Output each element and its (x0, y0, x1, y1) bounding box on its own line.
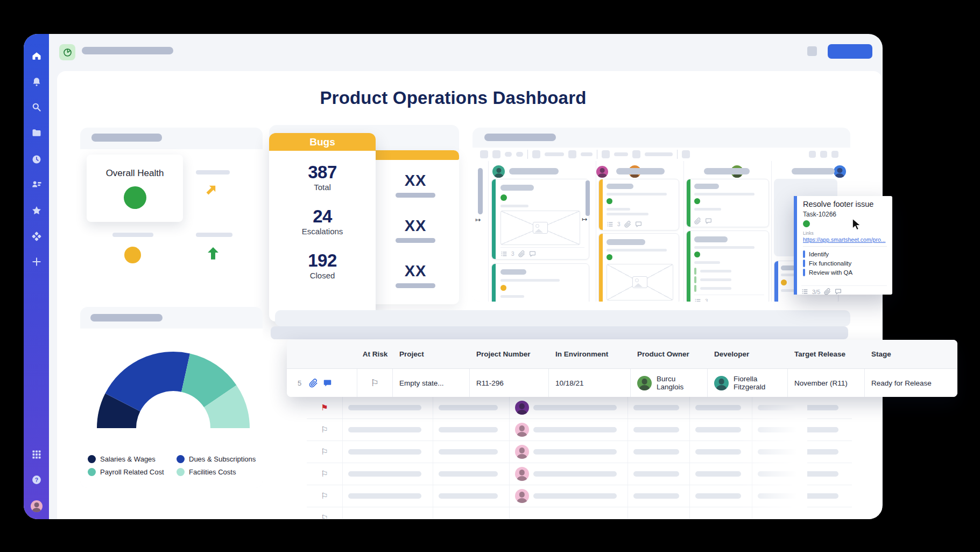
status-yellow-dot (781, 280, 787, 285)
cell-product-owner[interactable]: Burcu Langlois (631, 369, 708, 397)
user-avatar[interactable] (31, 500, 43, 512)
toolbar-button[interactable] (480, 150, 488, 158)
toolbar-button[interactable] (532, 150, 540, 158)
toolbar-button[interactable] (632, 150, 640, 158)
legend-item: Facilities Costs (177, 468, 265, 476)
favorites-star-icon[interactable] (31, 205, 42, 216)
bugs-total-label: Total (269, 182, 376, 192)
toolbar-button[interactable] (492, 150, 500, 158)
flag-icon[interactable]: ⚐ (321, 470, 328, 478)
row-number: 5 (298, 379, 301, 387)
legend-item: Dues & Subscriptions (177, 455, 265, 463)
cell-target-release[interactable]: November (R11) (788, 369, 865, 397)
kanban-card[interactable]: 3 (686, 230, 769, 302)
col-header-project[interactable]: Project (393, 340, 470, 368)
col-header-developer[interactable]: Developer (708, 340, 788, 368)
collapsed-lane-handle[interactable] (586, 180, 590, 216)
bugs-stats-card[interactable]: Bugs 387Total 24Escalations 192Closed (269, 133, 376, 322)
help-icon[interactable]: ? (31, 474, 42, 485)
topbar-primary-button[interactable] (828, 44, 872, 59)
col-header-project-number[interactable]: Project Number (470, 340, 549, 368)
cell-project-number[interactable]: R11-296 (470, 369, 549, 397)
flag-icon[interactable]: ⚐ (321, 448, 328, 456)
folder-icon[interactable] (31, 128, 42, 138)
attachment-icon (518, 250, 525, 257)
toolbar-label-placeholder (645, 152, 673, 156)
flag-icon[interactable]: ⚐ (321, 426, 328, 434)
recents-clock-icon[interactable] (31, 154, 42, 165)
apps-shapes-icon[interactable] (31, 231, 42, 242)
cell-project[interactable]: Empty state... (393, 369, 470, 397)
checklist-item[interactable]: Review with QA (803, 269, 852, 276)
flag-icon[interactable]: ⚐ (321, 514, 328, 519)
overall-health-card[interactable]: Overall Health (87, 155, 183, 222)
collapsed-lane-handle[interactable] (478, 168, 483, 214)
toolbar-button[interactable] (516, 152, 523, 157)
table-row[interactable]: 5 ⚐ Empty state... R11-296 10/18/21 Burc… (287, 369, 957, 397)
overall-health-label: Overall Health (87, 168, 183, 179)
comment-icon (635, 221, 642, 228)
attachment-icon[interactable] (309, 379, 318, 388)
comment-icon[interactable] (323, 379, 332, 388)
health-widget-panel: Overall Health (80, 128, 263, 307)
checklist-item[interactable]: Fix functionality (803, 260, 851, 267)
chart-legend: Salaries & Wages Dues & Subscriptions Pa… (88, 455, 265, 476)
kanban-card[interactable] (491, 263, 589, 302)
toolbar-button[interactable] (568, 150, 576, 158)
lane-title-placeholder (792, 168, 835, 174)
status-yellow-dot (124, 247, 141, 263)
checklist-item[interactable]: Identify (803, 250, 829, 258)
toolbar-button[interactable] (831, 151, 838, 158)
expand-lane-icon[interactable]: ↦ (582, 215, 587, 223)
status-green-dot (607, 254, 612, 260)
card-accent-bar (794, 196, 797, 295)
col-header-product-owner[interactable]: Product Owner (631, 340, 708, 368)
flag-icon[interactable]: ⚐ (371, 379, 379, 388)
checklist-icon (607, 221, 614, 228)
project-table-sheet: At Risk Project Project Number In Enviro… (287, 340, 957, 397)
avatar (714, 376, 729, 390)
task-detail-popup[interactable]: Resolve footer issue Task-10266 Links ht… (794, 196, 892, 295)
checklist-count: 3 (511, 251, 514, 257)
kanban-card[interactable]: 3 (491, 179, 589, 260)
add-plus-icon[interactable] (31, 256, 42, 267)
avatar (515, 423, 529, 437)
flag-icon[interactable]: ⚐ (321, 492, 328, 500)
toolbar-button[interactable] (682, 150, 690, 158)
sharing-people-icon[interactable] (31, 179, 42, 190)
card-accent-bar (492, 179, 496, 259)
flag-red-icon[interactable]: ⚑ (321, 404, 328, 412)
svg-text:?: ? (34, 477, 38, 483)
col-header-at-risk[interactable]: At Risk (357, 340, 393, 368)
task-link[interactable]: https://app.smartsheet.com/pro... (803, 236, 886, 243)
checklist-icon (801, 288, 808, 295)
toolbar-button[interactable] (809, 151, 816, 158)
legend-swatch (177, 468, 185, 476)
app-window: ? Product Operations Dashboard Overall H… (24, 34, 883, 519)
topbar-secondary-button[interactable] (807, 46, 817, 56)
section-placeholder-bar (275, 310, 850, 326)
toolbar-button[interactable] (505, 152, 512, 157)
cell-stage[interactable]: Ready for Release (865, 369, 957, 397)
col-header-in-environment[interactable]: In Environment (549, 340, 631, 368)
home-icon[interactable] (31, 51, 42, 61)
notifications-bell-icon[interactable] (31, 76, 42, 87)
toolbar-button[interactable] (602, 150, 610, 158)
app-launcher-grid-icon[interactable] (31, 449, 42, 460)
toolbar-label-placeholder (545, 152, 564, 156)
attachment-icon (624, 221, 631, 228)
col-header-target-release[interactable]: Target Release (788, 340, 865, 368)
status-yellow-dot (500, 285, 506, 291)
kanban-card[interactable] (598, 233, 679, 302)
lane-title-placeholder (616, 168, 665, 174)
expand-lane-icon[interactable]: ↦ (475, 216, 481, 223)
status-green-dot (694, 198, 700, 204)
col-header-stage[interactable]: Stage (865, 340, 957, 368)
table-header-row: At Risk Project Project Number In Enviro… (287, 340, 957, 369)
toolbar-button[interactable] (820, 151, 827, 158)
kanban-card[interactable] (686, 179, 769, 227)
cell-developer[interactable]: Fiorella Fitzgerald (708, 369, 788, 397)
avatar (515, 467, 529, 481)
cell-in-environment[interactable]: 10/18/21 (549, 369, 631, 397)
kanban-card[interactable]: 3 (598, 179, 679, 230)
